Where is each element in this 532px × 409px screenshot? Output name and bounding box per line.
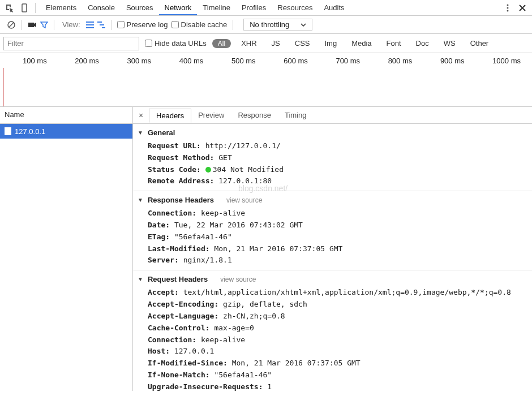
view-list-icon[interactable] xyxy=(86,21,94,28)
disable-cache-checkbox[interactable]: Disable cache xyxy=(171,20,228,29)
header-entry: Date: Tue, 22 Mar 2016 07:43:02 GMT xyxy=(133,219,532,231)
section-header[interactable]: ▼Request Headersview source xyxy=(133,273,532,287)
tab-profiles[interactable]: Profiles xyxy=(236,1,272,14)
timeline-tick: 200 ms xyxy=(75,57,99,65)
disclosure-triangle-icon: ▼ xyxy=(138,275,143,284)
close-icon[interactable] xyxy=(516,2,529,14)
svg-rect-11 xyxy=(102,27,105,28)
throttling-select[interactable]: No throttling xyxy=(243,19,312,31)
inspect-icon[interactable] xyxy=(3,2,16,14)
view-source-link[interactable]: view source xyxy=(220,275,256,285)
header-entry: Connection: keep-alive xyxy=(133,208,532,219)
svg-point-1 xyxy=(507,4,509,6)
header-value: 127.0.0.1:80 xyxy=(218,176,272,185)
hide-data-urls-checkbox[interactable]: Hide data URLs xyxy=(145,39,207,48)
status-dot-icon xyxy=(205,167,211,173)
type-filter-xhr[interactable]: XHR xyxy=(237,38,261,49)
disclosure-triangle-icon: ▼ xyxy=(138,196,143,205)
device-mode-icon[interactable] xyxy=(18,2,31,14)
tab-console[interactable]: Console xyxy=(82,1,121,14)
type-filter-ws[interactable]: WS xyxy=(439,38,460,49)
divider xyxy=(35,3,36,13)
tab-timeline[interactable]: Timeline xyxy=(197,1,236,14)
detail-tab-timing[interactable]: Timing xyxy=(278,109,314,122)
section-header[interactable]: ▼General xyxy=(133,126,532,140)
section-title: General xyxy=(148,128,175,139)
svg-rect-6 xyxy=(86,21,94,23)
hide-data-urls-label: Hide data URLs xyxy=(155,39,207,48)
header-key: Date: xyxy=(148,221,174,229)
close-detail-button[interactable]: × xyxy=(133,111,149,120)
type-filter-media[interactable]: Media xyxy=(347,38,376,49)
type-filter-doc[interactable]: Doc xyxy=(411,38,434,49)
header-entry: Connection: keep-alive xyxy=(133,334,532,346)
header-entry: Upgrade-Insecure-Requests: 1 xyxy=(133,381,532,391)
tab-sources[interactable]: Sources xyxy=(121,1,159,14)
header-entry: ETag: "56efa4a1-46" xyxy=(133,231,532,243)
svg-point-3 xyxy=(507,10,509,11)
header-key: Accept: xyxy=(148,288,183,296)
header-value: text/html,application/xhtml+xml,applicat… xyxy=(183,288,511,296)
header-value: zh-CN,zh;q=0.8 xyxy=(223,312,285,320)
divider xyxy=(54,20,54,30)
detail-tab-preview[interactable]: Preview xyxy=(191,109,231,122)
timeline-tick: 300 ms xyxy=(127,57,151,65)
header-key: Status Code: xyxy=(148,165,205,174)
header-entry: Last-Modified: Mon, 21 Mar 2016 07:37:05… xyxy=(133,243,532,255)
type-filter-all[interactable]: All xyxy=(212,39,231,48)
header-entry: If-Modified-Since: Mon, 21 Mar 2016 07:3… xyxy=(133,358,532,369)
header-key: Host: xyxy=(148,347,174,355)
name-column-header[interactable]: Name xyxy=(0,107,132,124)
divider xyxy=(233,20,233,30)
header-entry: Request URL: http://127.0.0.1/ xyxy=(133,140,532,152)
preserve-log-checkbox[interactable]: Preserve log xyxy=(117,20,168,29)
tab-audits[interactable]: Audits xyxy=(318,1,350,14)
request-list: Name 127.0.0.1 xyxy=(0,107,133,391)
view-source-link[interactable]: view source xyxy=(226,196,262,205)
tab-elements[interactable]: Elements xyxy=(40,1,82,14)
header-key: Upgrade-Insecure-Requests: xyxy=(148,382,267,391)
header-entry: Request Method: GET xyxy=(133,152,532,164)
type-filter-font[interactable]: Font xyxy=(382,38,406,49)
type-filter-css[interactable]: CSS xyxy=(290,38,315,49)
divider xyxy=(111,20,111,30)
tab-resources[interactable]: Resources xyxy=(272,1,318,14)
divider xyxy=(22,20,22,30)
header-entry: Cache-Control: max-age=0 xyxy=(133,322,532,334)
header-value: Mon, 21 Mar 2016 07:37:05 GMT xyxy=(214,244,342,253)
throttling-label: No throttling xyxy=(250,20,289,29)
header-value: 127.0.0.1 xyxy=(174,347,214,355)
header-entry: Accept-Language: zh-CN,zh;q=0.8 xyxy=(133,311,532,322)
header-value: keep-alive xyxy=(201,209,245,217)
header-entry: Status Code: 304 Not Modified xyxy=(133,164,532,176)
disclosure-triangle-icon: ▼ xyxy=(138,129,143,137)
network-toolbar: View: Preserve log Disable cache No thro… xyxy=(0,16,532,34)
view-waterfall-icon[interactable] xyxy=(97,21,105,28)
detail-tab-headers[interactable]: Headers xyxy=(149,109,191,123)
filter-input[interactable] xyxy=(3,37,139,50)
header-key: Last-Modified: xyxy=(148,244,214,253)
header-key: Connection: xyxy=(148,209,201,217)
header-value: http://127.0.0.1/ xyxy=(205,141,281,150)
camera-icon[interactable] xyxy=(28,21,37,28)
timeline-tick: 900 ms xyxy=(440,57,465,65)
tab-network[interactable]: Network xyxy=(159,1,198,15)
clear-icon[interactable] xyxy=(7,20,16,29)
request-row[interactable]: 127.0.0.1 xyxy=(0,124,132,139)
preserve-log-label: Preserve log xyxy=(127,20,168,29)
timeline-tick: 500 ms xyxy=(231,57,256,65)
type-filter-other[interactable]: Other xyxy=(466,38,494,49)
devtools-tab-bar: ElementsConsoleSourcesNetworkTimelinePro… xyxy=(0,0,532,16)
view-label: View: xyxy=(62,20,80,29)
header-value: 304 Not Modified xyxy=(213,165,284,174)
timeline-overview[interactable]: 100 ms200 ms300 ms400 ms500 ms600 ms700 … xyxy=(0,53,532,107)
header-key: Server: xyxy=(148,256,183,264)
type-filter-js[interactable]: JS xyxy=(267,38,285,49)
chevron-down-icon xyxy=(301,23,306,27)
type-filter-img[interactable]: Img xyxy=(320,38,341,49)
section-header[interactable]: ▼Response Headersview source xyxy=(133,193,532,208)
timeline-tick: 400 ms xyxy=(179,57,204,65)
kebab-menu-icon[interactable] xyxy=(501,2,514,14)
detail-tab-response[interactable]: Response xyxy=(231,109,278,122)
filter-icon[interactable] xyxy=(40,21,48,29)
